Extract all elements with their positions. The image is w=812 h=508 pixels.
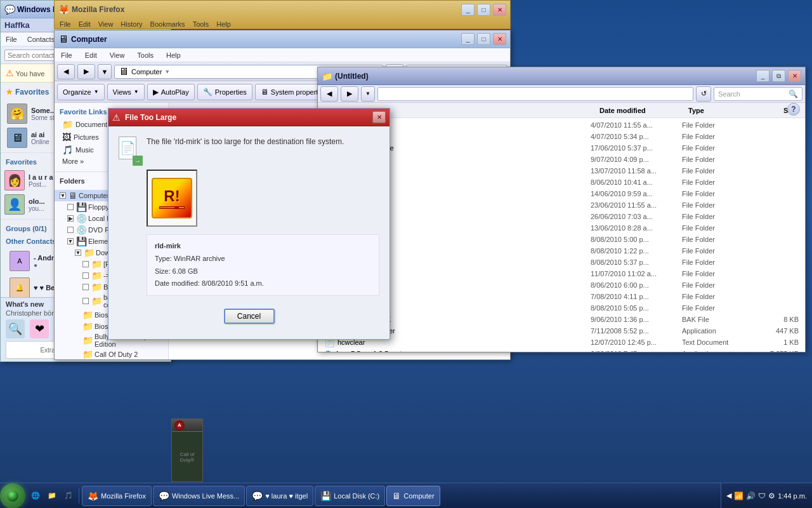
dialog-file-modified: Date modified: 8/08/2010 9:51 a.m. <box>155 277 371 290</box>
dialog-file-preview: R! <box>147 170 197 227</box>
file-too-large-dialog: ⚠ File Too Large ✕ 📄 → The file 'rld-mir… <box>108 108 390 340</box>
dialog-error-icon: ⚠ <box>112 112 122 123</box>
dialog-message-row: 📄 → The file 'rld-mirk' is too large for… <box>119 137 379 162</box>
dialog-file-icon: 📄 → <box>119 137 139 162</box>
dialog-close-btn[interactable]: ✕ <box>372 111 386 123</box>
dialog-title: File Too Large <box>125 113 370 122</box>
file-arrow-icon: → <box>133 156 143 166</box>
file-page-icon: 📄 <box>120 140 136 156</box>
desktop: 💬 Windows Live Messenger _ □ ✕ Haffka Fi… <box>0 0 812 508</box>
dialog-buttons: Cancel <box>119 306 379 329</box>
dialog-content: 📄 → The file 'rld-mirk' is too large for… <box>108 126 390 339</box>
winrar-preview-icon: R! <box>152 178 192 218</box>
dialog-file-details-inner: rld-mirk Type: WinRAR archive Size: 6.08… <box>147 234 379 296</box>
dialog-message-text: The file 'rld-mirk' is too large for the… <box>147 137 344 147</box>
dialog-file-details: rld-mirk Type: WinRAR archive Size: 6.08… <box>147 234 379 296</box>
dialog-cancel-btn[interactable]: Cancel <box>224 309 275 324</box>
dialog-file-size: Size: 6.08 GB <box>155 265 371 278</box>
dialog-file-type: Type: WinRAR archive <box>155 253 371 265</box>
dialog-filename: rld-mirk <box>155 240 371 253</box>
dialog-overlay: ⚠ File Too Large ✕ 📄 → The file 'rld-mir… <box>0 0 812 508</box>
dialog-titlebar: ⚠ File Too Large ✕ <box>108 109 390 126</box>
